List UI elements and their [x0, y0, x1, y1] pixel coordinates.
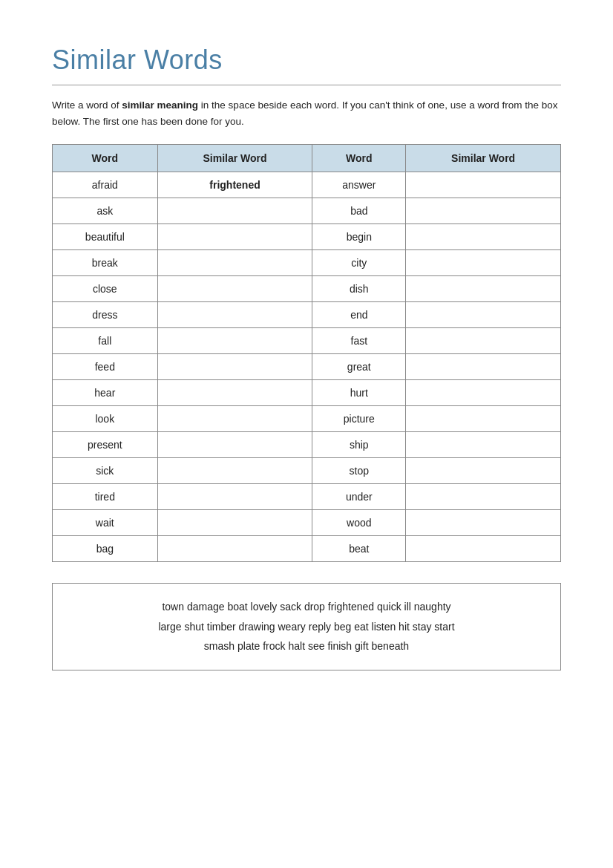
similar-word-cell	[406, 302, 561, 328]
word-cell: beautiful	[53, 224, 158, 250]
table-row: sickstop	[53, 458, 561, 484]
word-box-line1: town damage boat lovely sack drop fright…	[69, 597, 544, 617]
col-header-similar2: Similar Word	[406, 145, 561, 172]
similar-words-table: Word Similar Word Word Similar Word afra…	[52, 144, 561, 562]
word-cell: great	[312, 354, 406, 380]
table-row: dressend	[53, 302, 561, 328]
similar-word-cell: frightened	[157, 172, 312, 198]
similar-word-cell	[406, 224, 561, 250]
word-cell: begin	[312, 224, 406, 250]
word-cell: ask	[53, 198, 158, 224]
word-cell: ship	[312, 432, 406, 458]
word-cell: hurt	[312, 380, 406, 406]
table-row: breakcity	[53, 250, 561, 276]
similar-word-cell	[157, 198, 312, 224]
table-row: closedish	[53, 276, 561, 302]
similar-word-cell	[157, 250, 312, 276]
instructions-part1: Write a word of	[52, 99, 122, 111]
table-row: feedgreat	[53, 354, 561, 380]
similar-word-cell	[157, 380, 312, 406]
similar-word-cell	[406, 172, 561, 198]
table-row: waitwood	[53, 510, 561, 536]
similar-word-cell	[406, 198, 561, 224]
word-cell: stop	[312, 458, 406, 484]
instructions: Write a word of similar meaning in the s…	[52, 97, 561, 129]
word-cell: feed	[53, 354, 158, 380]
similar-word-cell	[157, 302, 312, 328]
similar-word-cell	[157, 406, 312, 432]
word-cell: close	[53, 276, 158, 302]
table-header-row: Word Similar Word Word Similar Word	[53, 145, 561, 172]
table-row: presentship	[53, 432, 561, 458]
word-cell: present	[53, 432, 158, 458]
similar-word-cell	[157, 224, 312, 250]
similar-word-cell	[406, 328, 561, 354]
word-cell: wait	[53, 510, 158, 536]
word-box-line2: large shut timber drawing weary reply be…	[69, 617, 544, 637]
word-cell: wood	[312, 510, 406, 536]
title-divider	[52, 85, 561, 85]
word-cell: hear	[53, 380, 158, 406]
word-cell: bag	[53, 536, 158, 562]
table-row: hearhurt	[53, 380, 561, 406]
word-cell: answer	[312, 172, 406, 198]
similar-word-cell	[157, 276, 312, 302]
similar-word-cell	[157, 458, 312, 484]
word-cell: fast	[312, 328, 406, 354]
word-cell: fall	[53, 328, 158, 354]
table-row: tiredunder	[53, 484, 561, 510]
word-box-line3: smash plate frock halt see finish gift b…	[69, 636, 544, 656]
word-cell: picture	[312, 406, 406, 432]
similar-word-cell	[157, 536, 312, 562]
instructions-bold: similar meaning	[122, 99, 198, 111]
similar-word-cell	[157, 510, 312, 536]
word-cell: end	[312, 302, 406, 328]
similar-word-cell	[157, 328, 312, 354]
word-cell: tired	[53, 484, 158, 510]
word-cell: dish	[312, 276, 406, 302]
table-row: afraidfrightenedanswer	[53, 172, 561, 198]
col-header-similar1: Similar Word	[157, 145, 312, 172]
table-row: beautifulbegin	[53, 224, 561, 250]
word-cell: afraid	[53, 172, 158, 198]
col-header-word2: Word	[312, 145, 406, 172]
word-cell: under	[312, 484, 406, 510]
word-cell: look	[53, 406, 158, 432]
table-row: bagbeat	[53, 536, 561, 562]
similar-word-cell	[406, 458, 561, 484]
word-box: town damage boat lovely sack drop fright…	[52, 583, 561, 670]
table-row: fallfast	[53, 328, 561, 354]
word-cell: beat	[312, 536, 406, 562]
similar-word-cell	[406, 380, 561, 406]
word-cell: break	[53, 250, 158, 276]
word-cell: bad	[312, 198, 406, 224]
col-header-word1: Word	[53, 145, 158, 172]
similar-word-cell	[406, 510, 561, 536]
similar-word-cell	[406, 354, 561, 380]
page-title: Similar Words	[52, 45, 561, 76]
similar-word-cell	[157, 484, 312, 510]
similar-word-cell	[406, 432, 561, 458]
table-row: askbad	[53, 198, 561, 224]
word-cell: city	[312, 250, 406, 276]
similar-word-cell	[406, 536, 561, 562]
similar-word-cell	[406, 406, 561, 432]
similar-word-cell	[157, 354, 312, 380]
similar-word-cell	[157, 432, 312, 458]
table-row: lookpicture	[53, 406, 561, 432]
word-cell: dress	[53, 302, 158, 328]
word-cell: sick	[53, 458, 158, 484]
similar-word-cell	[406, 276, 561, 302]
similar-word-cell	[406, 484, 561, 510]
similar-word-cell	[406, 250, 561, 276]
